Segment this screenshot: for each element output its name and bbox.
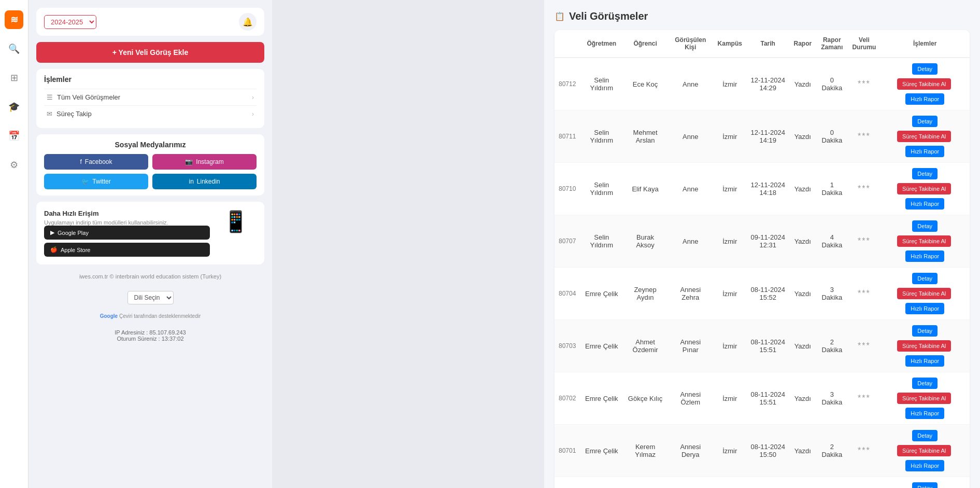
apple-store-button[interactable]: 🍎 Apple Store (44, 243, 210, 257)
linkedin-label: Linkedin (197, 178, 220, 185)
veli-dots[interactable]: *** (858, 394, 871, 402)
islemler-card: İşlemler ☰ Tüm Veli Görüşmeler › ✉ Süreç… (36, 69, 264, 128)
detay-button[interactable]: Detay (912, 220, 938, 232)
col-ogretmen: Öğretmen (580, 30, 623, 58)
apple-store-label: Apple Store (61, 247, 90, 253)
table-row: 80703 Emre Çelik Ahmet Özdemir Annesi Pı… (555, 320, 970, 372)
chevron-right-icon-2: › (252, 110, 254, 118)
twitter-button[interactable]: 🐦 Twitter (44, 174, 148, 189)
bell-button[interactable]: 🔔 (239, 13, 257, 31)
cell-id: 80711 (555, 110, 580, 163)
table-row: 80700 Ayşe Demir Derya Şahin Annesi İzmi… (555, 477, 970, 489)
cell-islemler: Detay Süreç Takibine Al Hızlı Rapor (880, 268, 970, 320)
page-header: 📋 Veli Görüşmeler (555, 10, 970, 22)
veli-dots[interactable]: *** (858, 132, 871, 141)
hizli-rapor-button[interactable]: Hızlı Rapor (905, 250, 944, 262)
detay-button[interactable]: Detay (912, 63, 938, 75)
cell-gorusulen: Anne (667, 163, 714, 215)
graduation-icon[interactable]: 🎓 (5, 97, 23, 116)
table-row: 80704 Emre Çelik Zeynep Aydın Annesi Zeh… (555, 268, 970, 320)
ip-address: IP Adresiniz : 85.107.69.243 (36, 329, 264, 336)
table-header-row: Öğretmen Öğrenci Görüşülen Kişi Kampüs T… (555, 30, 970, 58)
surec-button[interactable]: Süreç Takibine Al (897, 340, 951, 352)
cell-rapor: Yazdı (789, 372, 816, 425)
cell-ogrenci: Ahmet Özdemir (623, 320, 667, 372)
menu-item-all-meetings[interactable]: ☰ Tüm Veli Görüşmeler › (44, 89, 257, 105)
ip-info: IP Adresiniz : 85.107.69.243 Oturum Süre… (36, 329, 264, 342)
cell-tarih: 12-11-2024 14:19 (746, 110, 790, 163)
facebook-icon: f (80, 158, 81, 165)
cell-ogrenci: Elif Kaya (623, 163, 667, 215)
google-play-button[interactable]: ▶ Google Play (44, 226, 210, 240)
cell-id: 80707 (555, 215, 580, 268)
veli-dots[interactable]: *** (858, 446, 871, 455)
surec-button[interactable]: Süreç Takibine Al (897, 393, 951, 404)
hizli-rapor-button[interactable]: Hızlı Rapor (905, 198, 944, 210)
hizli-rapor-button[interactable]: Hızlı Rapor (905, 460, 944, 471)
cell-zaman: 0 Dakika (816, 477, 848, 489)
linkedin-icon: in (189, 178, 193, 185)
menu-item-surec-takip[interactable]: ✉ Süreç Takip › (44, 105, 257, 122)
cell-zaman: 1 Dakika (816, 163, 848, 215)
logo-icon[interactable]: ≋ (5, 10, 23, 29)
cell-rapor: Yazdı (789, 320, 816, 372)
add-meeting-button[interactable]: + Yeni Veli Görüş Ekle (36, 42, 264, 63)
detay-button[interactable]: Detay (912, 116, 938, 127)
surec-button[interactable]: Süreç Takibine Al (897, 235, 951, 247)
detay-button[interactable]: Detay (912, 430, 938, 441)
social-title: Sosyal Medyalarımız (44, 141, 257, 149)
surec-button[interactable]: Süreç Takibine Al (897, 288, 951, 299)
hizli-rapor-button[interactable]: Hızlı Rapor (905, 408, 944, 419)
hizli-rapor-button[interactable]: Hızlı Rapor (905, 146, 944, 157)
app-download-card: Daha Hızlı Erişim Uygulamayı indirip tüm… (36, 202, 264, 264)
islemler-title: İşlemler (44, 75, 257, 83)
calendar-icon[interactable]: 📅 (5, 127, 23, 145)
cell-tarih: 09-11-2024 12:31 (746, 215, 790, 268)
cell-islemler: Detay Süreç Takibine Al Hızlı Rapor (880, 163, 970, 215)
table-row: 80710 Selin Yıldırım Elif Kaya Anne İzmi… (555, 163, 970, 215)
surec-button[interactable]: Süreç Takibine Al (897, 131, 951, 142)
facebook-button[interactable]: f Facebook (44, 154, 148, 170)
surec-button[interactable]: Süreç Takibine Al (897, 183, 951, 194)
language-select[interactable]: Dili Seçin (127, 291, 174, 304)
veli-dots[interactable]: *** (858, 341, 871, 350)
detay-button[interactable]: Detay (912, 482, 938, 488)
cell-kampus: İzmir (714, 477, 746, 489)
cell-kampus: İzmir (714, 425, 746, 477)
year-select[interactable]: 2024-2025 (44, 15, 96, 29)
settings-icon[interactable]: ⚙ (5, 156, 23, 174)
detay-button[interactable]: Detay (912, 168, 938, 179)
apple-icon: 🍎 (50, 246, 58, 253)
cell-ogrenci: Burak Aksoy (623, 215, 667, 268)
table-row: 80707 Selin Yıldırım Burak Aksoy Anne İz… (555, 215, 970, 268)
cell-gorusulen: Annesi Özlem (667, 372, 714, 425)
instagram-button[interactable]: 📷 Instagram (152, 154, 257, 170)
col-tarih: Tarih (746, 30, 790, 58)
table-row: 80711 Selin Yıldırım Mehmet Arslan Anne … (555, 110, 970, 163)
surec-button[interactable]: Süreç Takibine Al (897, 445, 951, 456)
hizli-rapor-button[interactable]: Hızlı Rapor (905, 303, 944, 314)
cell-gorusulen: Anne (667, 215, 714, 268)
cell-veli: *** (848, 163, 880, 215)
veli-dots[interactable]: *** (858, 236, 871, 245)
detay-button[interactable]: Detay (912, 325, 938, 337)
search-icon[interactable]: 🔍 (5, 39, 23, 58)
google-translate-credit: Google Çeviri tarafından desteklenmekted… (36, 313, 264, 319)
veli-dots[interactable]: *** (858, 79, 871, 88)
col-rapor-zaman: RaporZamanı (816, 30, 848, 58)
hizli-rapor-button[interactable]: Hızlı Rapor (905, 93, 944, 105)
cell-id: 80710 (555, 163, 580, 215)
detay-button[interactable]: Detay (912, 273, 938, 284)
cell-zaman: 2 Dakika (816, 320, 848, 372)
cell-tarih: 08-11-2024 15:52 (746, 268, 790, 320)
linkedin-button[interactable]: in Linkedin (152, 174, 257, 189)
cell-islemler: Detay Süreç Takibine Al Hızlı Rapor (880, 58, 970, 110)
detay-button[interactable]: Detay (912, 378, 938, 389)
instagram-icon: 📷 (185, 158, 193, 165)
hizli-rapor-button[interactable]: Hızlı Rapor (905, 355, 944, 367)
veli-dots[interactable]: *** (858, 184, 871, 193)
col-id (555, 30, 580, 58)
grid-icon[interactable]: ⊞ (5, 68, 23, 87)
veli-dots[interactable]: *** (858, 289, 871, 298)
surec-button[interactable]: Süreç Takibine Al (897, 78, 951, 90)
